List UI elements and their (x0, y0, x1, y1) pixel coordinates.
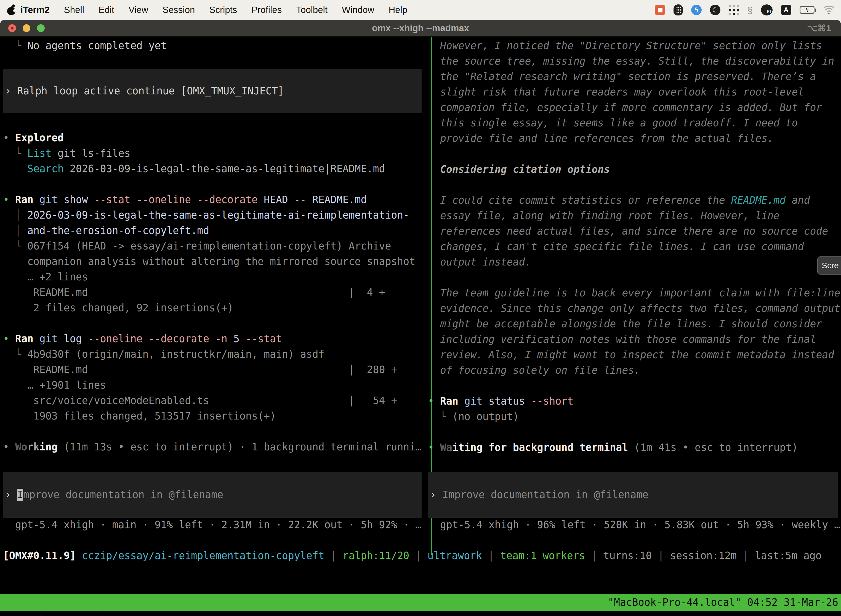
menu-session[interactable]: Session (163, 5, 195, 15)
right-status-line: gpt-5.4 xhigh · 96% left · 520K in · 5.8… (428, 517, 840, 532)
moon-icon[interactable]: ☾ (710, 5, 721, 15)
menu-toolbelt[interactable]: Toolbelt (296, 5, 328, 15)
terminal-line: changes, I can't cite specific file line… (428, 239, 840, 254)
menu-edit[interactable]: Edit (98, 5, 114, 15)
status-line: gpt-5.4 xhigh · 96% left · 520K in · 5.8… (428, 517, 840, 532)
terminal-line: of focusing solely on file lines. (428, 363, 840, 378)
menu-help[interactable]: Help (388, 5, 407, 15)
prompt-input-line: › Improve documentation in @filename (5, 487, 223, 503)
terminal-line: • Explored (3, 130, 421, 146)
menu-bar-status-icons: ϟ ☾ § ..61 A ϟ (655, 0, 835, 20)
apple-menu-icon[interactable] (7, 5, 15, 15)
terminal-line: Search 2026-03-09-is-legal-the-same-as-l… (3, 161, 421, 177)
terminal-line: │ 2026-03-09-is-legal-the-same-as-legiti… (3, 208, 421, 223)
terminal-line: README.md | 280 + (3, 362, 421, 378)
badge-61-label: ..61 (764, 9, 772, 14)
window-title: omx --xhigh --madmax (0, 20, 841, 37)
terminal-line: review. Also, I might want to inspect th… (428, 347, 840, 363)
terminal-line: output instead. (428, 254, 840, 270)
wifi-icon[interactable] (823, 6, 835, 14)
terminal-content: └ No agents completed yet › Ralph loop a… (0, 37, 841, 616)
right-prompt-input[interactable]: › Improve documentation in @filename (428, 472, 838, 518)
terminal-line: The team guideline is to back every impo… (428, 285, 840, 301)
menu-window[interactable]: Window (342, 5, 374, 15)
terminal-line: • Working (11m 13s • esc to interrupt) ·… (3, 439, 421, 455)
terminal-line: … +2 lines (3, 269, 421, 285)
menu-profiles[interactable]: Profiles (251, 5, 282, 15)
left-status-line: gpt-5.4 xhigh · main · 91% left · 2.31M … (3, 517, 421, 532)
terminal-line (428, 378, 840, 393)
dot (729, 9, 731, 11)
badge-61-icon[interactable]: ..61 (761, 4, 772, 15)
dot (729, 5, 731, 7)
dot (737, 5, 739, 7)
terminal-line: └ No agents completed yet (3, 38, 167, 54)
terminal-line: │ and-the-erosion-of-copyleft.md (3, 223, 421, 238)
input-source-icon[interactable]: A (781, 5, 791, 15)
window-shortcut-badge: ⌥⌘1 (807, 20, 831, 37)
omx-status-text: [OMX#0.11.9] cczip/essay/ai-reimplementa… (3, 548, 822, 563)
terminal-line: companion file, especially if more comme… (428, 100, 840, 115)
right-pane-transcript: However, I noticed the "Directory Struct… (428, 38, 840, 455)
terminal-line (428, 146, 840, 162)
dot (737, 13, 739, 15)
terminal-line: • Ran git log --oneline --decorate -n 5 … (3, 331, 421, 347)
terminal-line (3, 177, 421, 192)
iterm2-window: omx --xhigh --madmax ⌥⌘1 └ No agents com… (0, 20, 841, 616)
terminal-line: provide file and line references from th… (428, 131, 840, 146)
status-line: gpt-5.4 xhigh · main · 91% left · 2.31M … (3, 517, 421, 532)
terminal-line (428, 270, 840, 285)
terminal-line (3, 316, 421, 331)
terminal-line: this single essay, it seems like a good … (428, 115, 840, 131)
menu-scripts[interactable]: Scripts (209, 5, 237, 15)
terminal-line: companion analysis without altering the … (3, 254, 421, 269)
bolt-icon[interactable]: ϟ (691, 5, 702, 15)
tmux-status-bar: [omx-cczip0:bash* "MacBook-Pro-44.local"… (0, 594, 841, 611)
terminal-line: README.md | 4 + (3, 285, 421, 300)
omx-status-line: [OMX#0.11.9] cczip/essay/ai-reimplementa… (3, 548, 822, 563)
shield-grid (676, 7, 681, 13)
menu-shell[interactable]: Shell (64, 5, 84, 15)
tmux-session-label[interactable]: [omx-cczip0:bash* (39, 613, 142, 616)
dots-grid-icon[interactable] (729, 5, 739, 15)
title-bar[interactable]: omx --xhigh --madmax ⌥⌘1 (0, 20, 841, 37)
screen-recording-icon[interactable] (655, 5, 665, 15)
menu-iterm2[interactable]: iTerm2 (21, 5, 50, 15)
terminal-line: └ List git ls-files (3, 146, 421, 161)
terminal-line: the "Related research writing" section i… (428, 69, 840, 84)
terminal-line: references need actual files, and since … (428, 224, 840, 239)
left-prompt-input[interactable]: › Improve documentation in @filename (3, 472, 422, 518)
chat-bubble-inner (658, 8, 662, 12)
dot (737, 9, 739, 11)
terminal-line: the source tree, missing the essay. Stil… (428, 54, 840, 69)
screen-share-overlay-label: Scre (822, 261, 839, 270)
terminal-line: • Waiting for background terminal (1m 41… (428, 440, 840, 455)
terminal-line: However, I noticed the "Directory Struct… (428, 38, 840, 54)
terminal-line: └ 067f154 (HEAD -> essay/ai-reimplementa… (3, 238, 421, 254)
tmux-host-clock: "MacBook-Pro-44.local" 04:52 31-Mar-26 (608, 594, 838, 611)
terminal-line (428, 177, 840, 193)
terminal-line (428, 424, 840, 440)
terminal-line: … +1901 lines (3, 378, 421, 393)
terminal-line: evidence. Since this change only affects… (428, 301, 840, 316)
dot (729, 13, 731, 15)
screen-share-overlay-button[interactable]: Scre (817, 257, 841, 274)
prompt-input-line: › Improve documentation in @filename (430, 487, 648, 503)
terminal-line: I could cite commit statistics or refere… (428, 193, 840, 208)
menu-view[interactable]: View (129, 5, 148, 15)
menu-items: iTerm2 Shell Edit View Session Scripts P… (21, 5, 407, 15)
dragon-icon[interactable]: § (747, 5, 753, 15)
terminal-line: src/voice/voiceModeEnabled.ts | 54 + (3, 393, 421, 408)
dot (733, 13, 735, 15)
dot (733, 5, 735, 7)
terminal-line: 1903 files changed, 513517 insertions(+) (3, 408, 421, 424)
terminal-line: • Ran git status --short (428, 393, 840, 409)
left-pane-top: └ No agents completed yet (3, 38, 167, 54)
terminal-line: might be acceptable alongside the file l… (428, 316, 840, 332)
terminal-line: • Ran git show --stat --oneline --decora… (3, 192, 421, 208)
terminal-line: essay file, along with finding root file… (428, 208, 840, 224)
shield-icon[interactable] (674, 4, 683, 15)
banner-line: › Ralph loop active continue [OMX_TMUX_I… (5, 84, 284, 99)
terminal-line: including verification notes with those … (428, 332, 840, 347)
battery-icon[interactable]: ϟ (800, 6, 815, 14)
